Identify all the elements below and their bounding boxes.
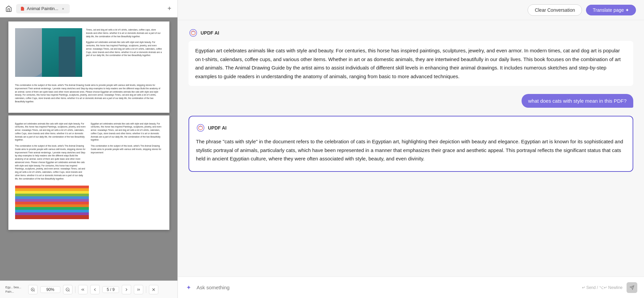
nav-first-button[interactable]: [78, 285, 88, 294]
ai-label-1: UPDF AI: [189, 28, 633, 38]
pdf-text-right-col2: This combination is the subject of this …: [91, 144, 163, 154]
pdf-text-right-col: Egyptian art celebrates animals like cat…: [91, 122, 163, 142]
page-indicator[interactable]: 5 / 9: [102, 286, 119, 293]
user-message-1: what does cats with style mean in this P…: [189, 94, 633, 108]
ai-message-1: UPDF AI Egyptian art celebrates animals …: [189, 28, 633, 86]
zoom-out-button[interactable]: [63, 285, 72, 294]
pdf-text-left-1: Egyptian art celebrates animals like cat…: [15, 122, 87, 142]
user-bubble-1: what does cats with style mean in this P…: [522, 94, 633, 108]
svg-line-5: [69, 290, 70, 291]
pdf-pencils-image: [15, 186, 89, 219]
left-panel: Animal Paintin... × + Times, cat and dog…: [0, 0, 178, 298]
zoom-in-button[interactable]: [28, 285, 38, 294]
svg-point-9: [190, 30, 197, 37]
sparkle-icon: ✦: [184, 284, 193, 292]
home-button[interactable]: [3, 3, 15, 15]
ai-label-2: UPDF AI: [196, 123, 626, 133]
pdf-page-2: Egyptian art celebrates animals like cat…: [8, 115, 169, 230]
pdf-text-right-2: Egyptian art celebrates animals like cat…: [86, 41, 163, 57]
ai-name-1: UPDF AI: [201, 30, 219, 36]
svg-point-10: [197, 125, 204, 132]
ai-name-2: UPDF AI: [208, 125, 226, 131]
nav-last-button[interactable]: [134, 285, 143, 294]
updf-logo-1: [189, 28, 198, 38]
chat-area: UPDF AI Egyptian art celebrates animals …: [178, 20, 644, 277]
chat-header: Clear Conversation Translate page ✦: [178, 0, 644, 20]
pdf-viewer: Times, cat and dog art sells a lot of t-…: [0, 17, 177, 281]
svg-line-1: [34, 290, 35, 291]
pdf-page-1: Times, cat and dog art sells a lot of t-…: [8, 21, 169, 113]
close-view-button[interactable]: [149, 285, 158, 294]
chat-input-field[interactable]: [197, 285, 578, 290]
divider-1: [75, 286, 75, 293]
pdf-right-column: Egyptian art celebrates animals like cat…: [91, 122, 163, 183]
nav-prev-button[interactable]: [90, 285, 100, 294]
chat-input-bar: ✦ ↵ Send / ⌥↵ Newline: [178, 277, 644, 298]
pdf-right-text: Times, cat and dog art sells a lot of t-…: [86, 28, 163, 81]
input-hint: ↵ Send / ⌥↵ Newline: [582, 285, 623, 290]
tab-close-button[interactable]: ×: [60, 6, 66, 11]
nav-next-button[interactable]: [122, 285, 131, 294]
tab-bar: Animal Paintin... × +: [0, 0, 177, 17]
clear-conversation-button[interactable]: Clear Conversation: [528, 4, 582, 16]
ai-response-2: The phrase "cats with style" in the docu…: [196, 136, 626, 164]
pdf-tab[interactable]: Animal Paintin... ×: [16, 4, 70, 13]
tab-label: Animal Paintin...: [27, 6, 58, 11]
updf-logo-2: [196, 123, 205, 133]
pdf-left-text: Egyptian art celebrates animals like cat…: [15, 122, 87, 183]
translate-button[interactable]: Translate page ✦: [586, 5, 636, 15]
pdf-mini-preview-text: Egy... bea... Pain...: [5, 285, 25, 294]
right-panel: Clear Conversation Translate page ✦ UPDF…: [178, 0, 644, 298]
ai-message-2-focused: UPDF AI The phrase "cats with style" in …: [189, 116, 633, 172]
pdf-text-right-1: Times, cat and dog art sells a lot of t-…: [86, 28, 163, 38]
new-tab-button[interactable]: +: [164, 3, 175, 14]
send-button[interactable]: [627, 282, 637, 293]
pdf-text-left-2: This combination is the subject of this …: [15, 144, 87, 180]
ai-message-2: UPDF AI The phrase "cats with style" in …: [196, 123, 626, 164]
pdf-image-elephant: [15, 28, 82, 77]
pdf-toolbar: Egy... bea... Pain... 90%: [0, 281, 177, 298]
pdf-text-main-1: This combination is the subject of this …: [15, 84, 163, 103]
divider-2: [146, 286, 146, 293]
zoom-level[interactable]: 90%: [40, 286, 60, 293]
ai-response-1: Egyptian art celebrates animals like cat…: [189, 41, 633, 86]
